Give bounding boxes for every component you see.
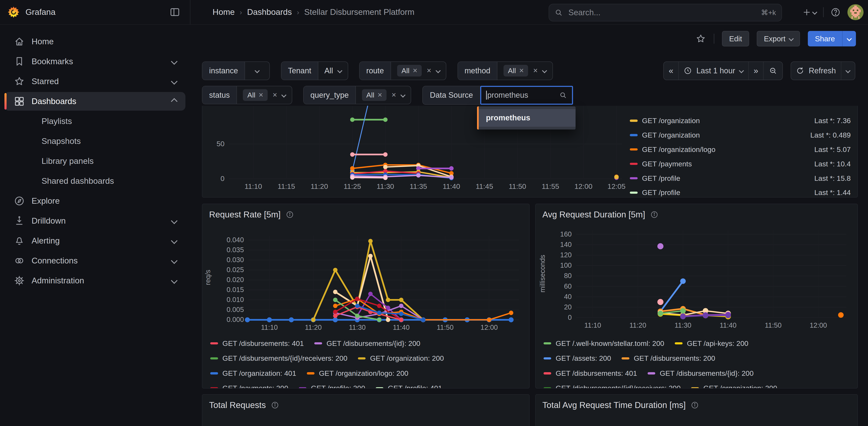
chevron-down-icon[interactable] [435, 68, 440, 73]
series-color-swatch [210, 342, 218, 344]
search-input[interactable] [567, 7, 756, 18]
legend-item[interactable]: GET /disbursements: 200 [622, 354, 715, 362]
chevron-down-icon[interactable] [171, 237, 178, 244]
legend-item[interactable]: GET /organization Last *: 7.36 [630, 114, 850, 128]
legend-item[interactable]: GET /organization: 401 [210, 369, 296, 377]
legend-item[interactable]: GET /.well-known/stellar.toml: 200 [544, 339, 664, 347]
share-button[interactable]: Share [808, 31, 856, 47]
sidebar-item-alerting[interactable]: Alerting [4, 232, 185, 250]
sidebar-item-starred[interactable]: Starred [4, 72, 185, 91]
sidebar-item-bookmarks[interactable]: Bookmarks [4, 52, 185, 71]
chevron-down-icon[interactable] [542, 68, 547, 73]
legend-item[interactable]: GET /organization: 200 [691, 384, 777, 388]
remove-value-icon[interactable]: × [378, 91, 382, 99]
legend-item[interactable]: GET /payments: 200 [210, 384, 288, 388]
legend-item[interactable]: GET /disbursements: 401 [544, 369, 637, 377]
filter-value-chip[interactable]: All× [397, 65, 422, 77]
legend-item[interactable]: GET /disbursements: 401 [210, 339, 304, 347]
clear-filter-icon[interactable]: × [392, 91, 396, 99]
datasource-option-prometheus[interactable]: prometheus [479, 109, 576, 127]
favorite-star-icon[interactable] [695, 33, 706, 44]
legend-item[interactable]: GET /organization Last *: 0.489 [630, 128, 850, 142]
series-color-swatch [630, 163, 638, 165]
grafana-logo-link[interactable]: Grafana [7, 0, 56, 24]
chevron-up-icon[interactable] [171, 98, 178, 105]
filter-method: method All× × [458, 61, 553, 80]
legend-item[interactable]: GET /organization: 200 [358, 354, 444, 362]
sidebar-item-shared-dashboards[interactable]: Shared dashboards [4, 172, 185, 190]
series-color-swatch [544, 357, 551, 360]
zoom-out-button[interactable] [763, 62, 782, 80]
export-button[interactable]: Export [757, 31, 800, 47]
chevron-down-icon[interactable] [400, 93, 405, 98]
sidebar-item-home[interactable]: Home [4, 32, 185, 51]
add-new-button[interactable] [802, 8, 816, 17]
clear-filter-icon[interactable]: × [273, 91, 277, 99]
legend-item[interactable]: GET /assets: 200 [544, 354, 611, 362]
sidebar-item-administration[interactable]: Administration [4, 271, 185, 290]
filter-value-chip[interactable]: All× [503, 65, 528, 77]
svg-text:100: 100 [560, 262, 571, 269]
breadcrumb-home[interactable]: Home [213, 7, 235, 17]
legend-item[interactable]: GET /disbursements/{id}/receivers: 200 [210, 354, 347, 362]
legend-item[interactable]: GET /profile: 401 [376, 384, 442, 388]
legend-item[interactable]: GET /profile: 200 [299, 384, 365, 388]
global-search[interactable]: ⌘+k [549, 4, 782, 21]
legend: GET /.well-known/stellar.toml: 200GET /a… [544, 336, 854, 388]
sidebar-item-dashboards[interactable]: Dashboards [4, 92, 185, 111]
remove-value-icon[interactable]: × [413, 67, 417, 74]
svg-text:11:30: 11:30 [377, 182, 394, 190]
sidebar-item-playlists[interactable]: Playlists [4, 112, 185, 131]
datasource-input[interactable]: prometheus [480, 86, 573, 105]
user-avatar[interactable] [847, 4, 864, 20]
filter-value-chip[interactable]: All× [243, 89, 268, 101]
time-shift-back-button[interactable]: « [664, 62, 678, 80]
sidebar-toggle-icon[interactable] [169, 6, 180, 18]
legend-item[interactable]: GET /disbursements/{id}: 200 [648, 369, 753, 377]
chevron-down-icon[interactable] [171, 217, 178, 224]
filter-query-type: query_type All× × [303, 86, 411, 104]
panel-title[interactable]: Total Avg Request Time Duration [ms] [542, 400, 686, 410]
chevron-down-icon[interactable] [171, 78, 178, 85]
chevron-down-icon [812, 9, 817, 14]
legend-item[interactable]: GET /organization/logo: 200 [307, 369, 408, 377]
panel-title[interactable]: Total Requests [209, 400, 266, 410]
clear-filter-icon[interactable]: × [533, 67, 538, 74]
sidebar-item-drilldown[interactable]: Drilldown [4, 212, 185, 231]
remove-value-icon[interactable]: × [259, 91, 263, 99]
help-button[interactable] [830, 7, 841, 18]
filter-value-dropdown[interactable] [245, 62, 269, 80]
share-menu-caret[interactable] [842, 31, 856, 47]
filter-label: instance [203, 62, 245, 80]
chevron-down-icon[interactable] [171, 277, 178, 284]
sidebar-item-explore[interactable]: Explore [4, 191, 185, 210]
filter-label: method [458, 62, 498, 80]
filter-value-dropdown[interactable]: All [318, 62, 348, 80]
legend-item[interactable]: GET /profile Last *: 1.44 [630, 185, 850, 197]
clear-filter-icon[interactable]: × [427, 67, 431, 74]
chevron-down-icon[interactable] [281, 93, 286, 98]
sidebar-item-snapshots[interactable]: Snapshots [4, 132, 185, 151]
legend-item[interactable]: GET /organization/logo Last *: 5.07 [630, 142, 850, 157]
legend-item[interactable]: GET /payments Last *: 10.4 [630, 157, 850, 171]
sidebar-item-connections[interactable]: Connections [4, 251, 185, 270]
chevron-down-icon [739, 68, 744, 73]
refresh-button[interactable]: Refresh [791, 62, 841, 80]
chevron-down-icon[interactable] [171, 257, 178, 264]
legend-item[interactable]: GET /disbursements/{id}: 200 [314, 339, 420, 347]
time-shift-forward-button[interactable]: » [748, 62, 763, 80]
remove-value-icon[interactable]: × [519, 67, 524, 74]
edit-button[interactable]: Edit [722, 31, 749, 47]
filter-value-chip[interactable]: All× [362, 89, 387, 101]
time-range-button[interactable]: Last 1 hour [678, 62, 748, 80]
legend-item[interactable]: GET /profile Last *: 15.8 [630, 171, 850, 185]
chevron-down-icon[interactable] [171, 58, 178, 65]
legend-item[interactable]: GET /disbursements/{id}/receivers: 200 [544, 384, 681, 388]
breadcrumb-dashboards[interactable]: Dashboards [247, 7, 292, 17]
info-icon[interactable] [691, 401, 699, 409]
sidebar-item-library-panels[interactable]: Library panels [4, 152, 185, 171]
refresh-interval-caret[interactable] [841, 62, 855, 80]
svg-text:0.040: 0.040 [227, 236, 244, 244]
info-icon[interactable] [271, 401, 279, 409]
legend-item[interactable]: GET /api-keys: 200 [675, 339, 748, 347]
